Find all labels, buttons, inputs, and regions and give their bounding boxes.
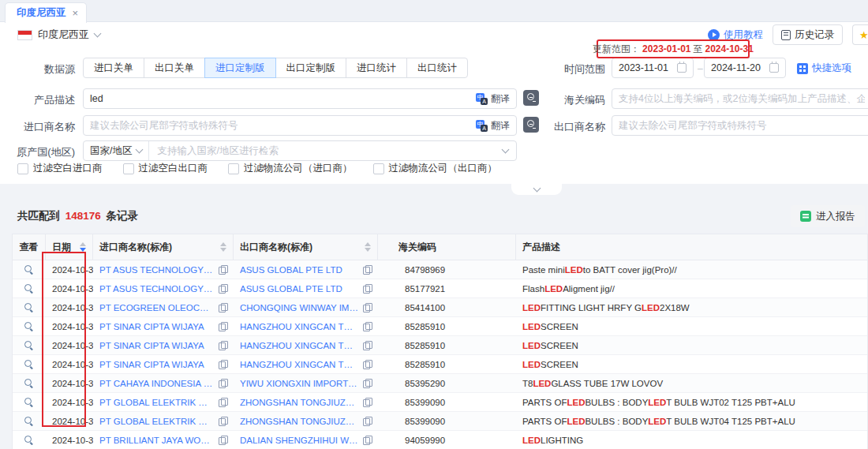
favorite-button[interactable]: ★: [852, 24, 868, 45]
filter-checkbox-0[interactable]: 过滤空白进口商: [17, 162, 103, 175]
importer-link[interactable]: PT ASUS TECHNOLOGY INDONESIA BA...: [99, 284, 214, 294]
sort-icon-importer[interactable]: [215, 242, 226, 252]
magnifier-icon[interactable]: [24, 398, 34, 407]
date-cell: 2024-10-31: [46, 398, 93, 407]
exporter-link[interactable]: HANGZHOU XINGCAN TRADING CO LTD: [240, 341, 358, 350]
copy-icon[interactable]: [219, 379, 227, 388]
copy-icon[interactable]: [363, 398, 372, 407]
importer-link[interactable]: PT ECOGREEN OLEOCHEMICALS: [99, 303, 214, 312]
exporter-input[interactable]: 建议去除公司尾部字符或特殊符号: [612, 115, 868, 136]
history-button[interactable]: 历史记录: [773, 24, 843, 45]
importer-input[interactable]: 建议去除公司尾部字符或特殊符号 中A 翻译: [83, 115, 517, 136]
copy-icon[interactable]: [219, 398, 227, 407]
origin-type-select[interactable]: 国家/地区: [84, 141, 149, 160]
exporter-link[interactable]: YIWU XIONGXIN IMPORT AND EXPORT...: [240, 379, 358, 388]
checkbox-icon[interactable]: [123, 163, 134, 174]
grid-icon: [797, 63, 808, 74]
column-header-exporter[interactable]: 出口商名称(标准): [234, 234, 378, 260]
collapse-form-handle[interactable]: [511, 184, 562, 195]
copy-icon[interactable]: [363, 379, 372, 388]
exporter-link[interactable]: ASUS GLOBAL PTE LTD: [240, 284, 358, 294]
checkbox-icon[interactable]: [373, 163, 384, 174]
column-header-date[interactable]: 日期: [46, 234, 93, 260]
table-row: 2024-10-31PT GLOBAL ELEKTRIK NASIONALZHO…: [13, 412, 867, 431]
copy-icon[interactable]: [363, 417, 372, 426]
filter-checkbox-3[interactable]: 过滤物流公司（出口商）: [373, 162, 498, 175]
copy-icon[interactable]: [219, 265, 227, 275]
copy-icon[interactable]: [219, 303, 227, 312]
hs-code-input[interactable]: 支持4位以上海关编码，或2位海关编码加上产品描述、企业名称的任意信息: [612, 88, 868, 109]
copy-icon[interactable]: [363, 341, 372, 350]
magnifier-icon[interactable]: [24, 360, 34, 369]
exporter-cell: ASUS GLOBAL PTE LTD: [234, 284, 378, 294]
datasource-tab-3[interactable]: 出口定制版: [275, 58, 347, 78]
product-desc-input[interactable]: led 中A 翻译: [83, 88, 517, 109]
exporter-link[interactable]: ZHONGSHAN TONGJIUZHOU INTERNA...: [240, 417, 358, 426]
magnifier-icon[interactable]: [24, 341, 34, 350]
tab-close-icon[interactable]: ×: [73, 7, 79, 19]
magnifier-icon[interactable]: [24, 265, 34, 275]
copy-icon[interactable]: [219, 341, 227, 350]
importer-link[interactable]: PT SINAR CIPTA WIJAYA: [99, 360, 214, 369]
checkbox-icon[interactable]: [228, 163, 239, 174]
copy-icon[interactable]: [363, 436, 372, 445]
magnifier-icon[interactable]: [24, 417, 34, 426]
copy-icon[interactable]: [219, 360, 227, 369]
datasource-tab-0[interactable]: 进口关单: [83, 58, 144, 78]
time-end-input[interactable]: 2024-11-20: [704, 58, 786, 78]
highlighted-keyword: LED: [648, 417, 666, 426]
copy-icon[interactable]: [363, 322, 372, 331]
highlighted-keyword: LED: [544, 284, 563, 294]
datasource-tab-1[interactable]: 出口关单: [144, 58, 205, 78]
results-section: 共匹配到 148176 条记录 进入报告 查看 日期 进口商名称(标准) 出口商…: [0, 184, 868, 449]
copy-icon[interactable]: [363, 284, 372, 294]
checkbox-icon[interactable]: [17, 163, 28, 174]
browser-tab-indonesia[interactable]: 印度尼西亚 ×: [5, 2, 87, 23]
sort-icon-exporter[interactable]: [360, 242, 371, 252]
copy-icon[interactable]: [219, 284, 227, 294]
magnifier-icon[interactable]: [24, 284, 34, 294]
exporter-link[interactable]: ASUS GLOBAL PTE LTD: [240, 265, 358, 275]
exporter-link[interactable]: HANGZHOU XINGCAN TRADING CO LTD: [240, 322, 358, 331]
magnifier-icon[interactable]: [24, 379, 34, 388]
translate-button[interactable]: 中A 翻译: [476, 119, 510, 133]
country-selector[interactable]: 印度尼西亚: [17, 28, 100, 42]
magnifier-icon[interactable]: [24, 322, 34, 331]
exporter-link[interactable]: HANGZHOU XINGCAN TRADING CO LTD: [240, 360, 358, 369]
importer-link[interactable]: PT BRILLIANT JAYA WOOD INDUSTRY: [99, 436, 214, 445]
report-icon: [800, 211, 811, 222]
importer-link[interactable]: PT GLOBAL ELEKTRIK NASIONAL: [99, 398, 214, 407]
datasource-tab-4[interactable]: 进口统计: [346, 58, 407, 78]
exporter-link[interactable]: DALIAN SHENGZHIHUI WOOD INDUST...: [240, 436, 358, 445]
copy-icon[interactable]: [363, 265, 372, 275]
filter-checkbox-2[interactable]: 过滤物流公司（进口商）: [228, 162, 353, 175]
importer-link[interactable]: PT GLOBAL ELEKTRIK NASIONAL: [99, 417, 214, 426]
filter-checkbox-1[interactable]: 过滤空白出口商: [123, 162, 208, 175]
copy-icon[interactable]: [363, 303, 372, 312]
view-cell: [13, 341, 46, 350]
time-start-input[interactable]: 2023-11-01: [612, 58, 694, 78]
exact-match-icon[interactable]: [523, 90, 539, 106]
highlighted-keyword: LED: [522, 360, 541, 369]
exporter-link[interactable]: CHONGQING WINWAY IMPORT AND E...: [240, 303, 358, 312]
datasource-tab-2[interactable]: 进口定制版: [204, 58, 276, 78]
datasource-tab-5[interactable]: 出口统计: [406, 58, 468, 78]
magnifier-icon[interactable]: [24, 436, 34, 445]
column-header-importer[interactable]: 进口商名称(标准): [93, 234, 234, 260]
importer-link[interactable]: PT CAHAYA INDONESIA KARGO: [99, 379, 214, 388]
exact-match-icon[interactable]: [523, 117, 539, 133]
copy-icon[interactable]: [219, 417, 227, 426]
quick-options-link[interactable]: 快捷选项: [797, 62, 851, 75]
importer-link[interactable]: PT SINAR CIPTA WIJAYA: [99, 322, 214, 331]
importer-link[interactable]: PT ASUS TECHNOLOGY INDONESIA BA...: [99, 265, 214, 275]
copy-icon[interactable]: [363, 360, 372, 369]
magnifier-icon[interactable]: [24, 303, 34, 312]
importer-link[interactable]: PT SINAR CIPTA WIJAYA: [99, 341, 214, 350]
sort-icon-date[interactable]: [75, 242, 86, 252]
enter-report-button[interactable]: 进入报告: [791, 205, 865, 227]
exporter-link[interactable]: ZHONGSHAN TONGJIUZHOU INTERNA...: [240, 398, 358, 407]
copy-icon[interactable]: [219, 322, 227, 331]
copy-icon[interactable]: [219, 436, 227, 445]
origin-control[interactable]: 国家/地区 支持输入国家/地区进行检索: [83, 140, 517, 161]
translate-button[interactable]: 中A 翻译: [476, 92, 510, 106]
